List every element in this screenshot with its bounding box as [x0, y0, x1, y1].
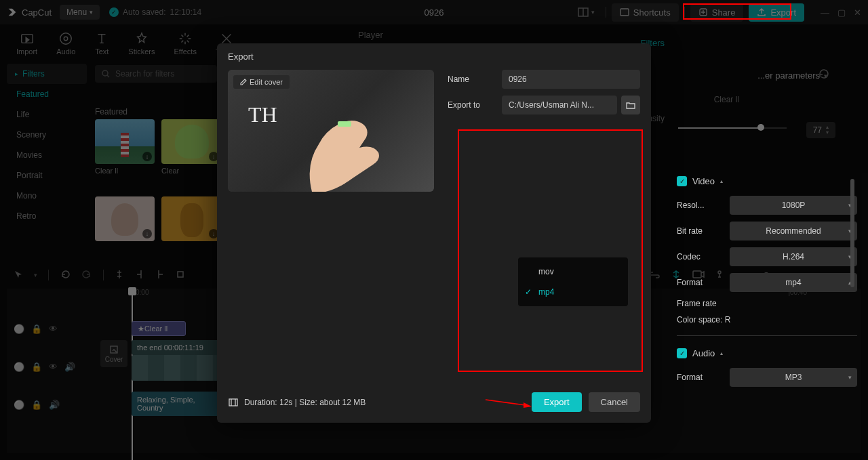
format-option-mp4[interactable]: mp4 — [518, 282, 628, 302]
dialog-title: Export — [217, 43, 651, 70]
filter-thumb-clear-ll[interactable]: ↓ Clear ll — [95, 119, 155, 175]
fx-icon[interactable]: ⚪ — [14, 400, 24, 410]
export-to-input[interactable] — [502, 96, 617, 114]
svg-point-7 — [102, 70, 108, 76]
name-label: Name — [448, 75, 502, 84]
preview-text: TH — [248, 102, 277, 127]
search-input[interactable]: Search for filters — [95, 65, 217, 83]
audio-section-header: ✓ Audio ▴ — [677, 348, 857, 358]
name-input[interactable] — [502, 70, 640, 89]
tab-stickers[interactable]: Stickers — [119, 27, 164, 60]
lock-icon[interactable]: 🔒 — [31, 324, 42, 334]
video-preview: Edit cover TH — [228, 70, 434, 192]
filter-cat-featured[interactable]: Featured — [7, 84, 87, 104]
filter-cat-life[interactable]: Life — [7, 104, 87, 125]
tool-chevron[interactable]: ▾ — [34, 272, 37, 278]
player-title: Player — [358, 30, 383, 40]
check-icon: ✓ — [109, 7, 119, 17]
shortcuts-button[interactable]: Shortcuts — [612, 3, 679, 22]
redo-icon[interactable] — [81, 269, 92, 282]
autosave-status: ✓ Auto saved: 12:10:14 — [109, 7, 201, 17]
close-icon[interactable]: ✕ — [854, 7, 861, 18]
tab-audio[interactable]: Audio — [47, 27, 85, 60]
cover-button[interactable]: Cover — [100, 340, 127, 367]
format-label: Format — [677, 278, 730, 287]
undo-icon[interactable] — [60, 269, 71, 282]
fx-icon[interactable]: ⚪ — [14, 362, 24, 372]
resolution-dropdown[interactable]: 1080P▾ — [730, 196, 857, 215]
edit-cover-button[interactable]: Edit cover — [233, 75, 290, 89]
filter-params-header: ...er parameters▾ — [757, 70, 827, 81]
split-left-icon[interactable] — [135, 269, 144, 282]
resolution-label: Resol... — [677, 201, 730, 210]
filter-thumb-clear[interactable]: ↓ Clear — [161, 119, 221, 175]
dialog-export-button[interactable]: Export — [532, 392, 582, 412]
clip-video-thumb[interactable] — [132, 355, 226, 381]
filter-cat-scenery[interactable]: Scenery — [7, 125, 87, 145]
clip-video-label[interactable]: the end 00:00:11:19 — [132, 340, 226, 355]
audio-format-dropdown[interactable]: MP3▾ — [730, 368, 857, 387]
audio-checkbox[interactable]: ✓ — [677, 348, 687, 358]
selection-tool-icon[interactable] — [14, 270, 23, 281]
dialog-cancel-button[interactable]: Cancel — [589, 392, 640, 412]
sound-icon[interactable]: 🔊 — [64, 362, 75, 372]
filter-cat-retro[interactable]: Retro — [7, 206, 87, 226]
framerate-label: Frame rate — [677, 299, 730, 308]
filters-header[interactable]: ▸Filters — [7, 64, 87, 84]
app-logo: CapCut — [7, 7, 52, 18]
maximize-icon[interactable]: ▢ — [837, 7, 846, 18]
settings-scrollbar[interactable] — [850, 179, 854, 335]
svg-rect-15 — [229, 399, 237, 406]
codec-label: Codec — [677, 252, 730, 262]
filter-thumb-3[interactable]: ↓ — [95, 196, 155, 241]
browse-folder-button[interactable] — [621, 96, 640, 114]
eye-icon[interactable]: 👁 — [49, 324, 58, 334]
param-tab-clear-ll[interactable]: Clear ll — [714, 95, 739, 104]
split-icon[interactable] — [115, 269, 124, 282]
video-checkbox[interactable]: ✓ — [677, 176, 687, 186]
codec-dropdown[interactable]: H.264▾ — [730, 247, 857, 266]
eye-icon[interactable]: 👁 — [49, 362, 58, 372]
svg-rect-8 — [178, 272, 183, 277]
lock-icon[interactable]: 🔒 — [31, 400, 42, 410]
search-icon — [102, 70, 110, 78]
filter-cat-portrait[interactable]: Portrait — [7, 165, 87, 186]
delete-icon[interactable] — [176, 270, 185, 281]
bitrate-dropdown[interactable]: Recommended▾ — [730, 222, 857, 241]
colorspace-label: Color space: R — [677, 315, 857, 325]
format-dropdown-menu: mov mp4 — [518, 257, 628, 306]
intensity-value[interactable]: 77 ▴▾ — [806, 122, 835, 138]
svg-rect-2 — [620, 9, 629, 16]
clip-audio[interactable]: Relaxing, Simple, Country — [132, 392, 226, 416]
split-right-icon[interactable] — [155, 269, 165, 282]
clip-filter[interactable]: ★ Clear ll — [132, 321, 186, 336]
svg-rect-14 — [338, 121, 351, 127]
featured-section-label: Featured — [95, 107, 127, 117]
filter-cat-mono[interactable]: Mono — [7, 186, 87, 206]
project-name: 0926 — [425, 7, 444, 18]
svg-point-6 — [64, 37, 68, 41]
filter-cat-movies[interactable]: Movies — [7, 145, 87, 165]
sound-icon[interactable]: 🔊 — [49, 400, 60, 410]
format-dropdown[interactable]: mp4▴ — [730, 273, 857, 292]
tab-import[interactable]: Import — [7, 27, 47, 60]
timecode-start: 0:00 — [136, 289, 149, 296]
minimize-icon[interactable]: — — [821, 7, 829, 18]
audio-format-label: Format — [677, 373, 730, 382]
tab-effects[interactable]: Effects — [164, 27, 205, 60]
share-button[interactable]: Share — [690, 3, 744, 22]
export-dialog: Export Edit cover TH Name Export to — [217, 43, 651, 423]
lock-icon[interactable]: 🔒 — [31, 362, 42, 372]
menu-button[interactable]: Menu▾ — [60, 5, 100, 20]
reset-icon[interactable] — [818, 68, 830, 82]
fx-icon[interactable]: ⚪ — [14, 324, 24, 334]
download-icon: ↓ — [142, 152, 152, 161]
format-option-mov[interactable]: mov — [518, 262, 628, 282]
download-icon: ↓ — [142, 229, 152, 238]
bitrate-label: Bit rate — [677, 226, 730, 236]
export-button[interactable]: Export — [749, 3, 804, 22]
video-section-header: ✓ Video ▴ — [677, 176, 857, 186]
tab-text[interactable]: Text — [85, 27, 119, 60]
filter-thumb-4[interactable]: ↓ — [161, 196, 221, 241]
aspect-ratio-button[interactable]: ▾ — [572, 5, 600, 20]
